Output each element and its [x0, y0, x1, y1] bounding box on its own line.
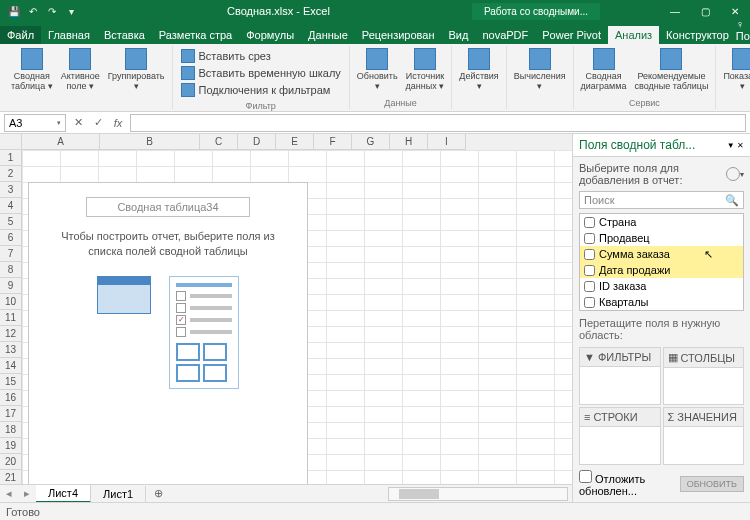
pivot-chart-button[interactable]: Сводная диаграмма: [578, 46, 630, 97]
ribbon-tabs: Файл Главная Вставка Разметка стра Форму…: [0, 22, 750, 44]
row-header-14[interactable]: 14: [0, 358, 22, 374]
row-header-15[interactable]: 15: [0, 374, 22, 390]
tab-view[interactable]: Вид: [442, 26, 476, 44]
field-order-id[interactable]: ID заказа: [580, 278, 743, 294]
maximize-button[interactable]: ▢: [690, 0, 720, 22]
field-quarters[interactable]: Кварталы: [580, 294, 743, 310]
formula-input[interactable]: [130, 114, 746, 132]
tab-file[interactable]: Файл: [0, 26, 41, 44]
row-header-16[interactable]: 16: [0, 390, 22, 406]
col-header-I[interactable]: I: [428, 134, 466, 150]
field-country[interactable]: Страна: [580, 214, 743, 230]
row-header-12[interactable]: 12: [0, 326, 22, 342]
show-button[interactable]: Показать ▾: [720, 46, 750, 107]
row-header-7[interactable]: 7: [0, 246, 22, 262]
data-source-button[interactable]: Источник данных ▾: [403, 46, 448, 97]
tab-powerpivot[interactable]: Power Pivot: [535, 26, 608, 44]
actions-button[interactable]: Действия ▾: [456, 46, 501, 107]
tab-data[interactable]: Данные: [301, 26, 355, 44]
col-header-E[interactable]: E: [276, 134, 314, 150]
field-order-amount[interactable]: Сумма заказа↖: [580, 246, 743, 262]
row-header-11[interactable]: 11: [0, 310, 22, 326]
col-header-H[interactable]: H: [390, 134, 428, 150]
row-header-4[interactable]: 4: [0, 198, 22, 214]
recommended-pivots-button[interactable]: Рекомендуемые сводные таблицы: [632, 46, 712, 97]
tab-analyze[interactable]: Анализ: [608, 26, 659, 44]
sheet-tab-1[interactable]: Лист1: [91, 486, 146, 502]
fx-icon[interactable]: fx: [110, 117, 126, 129]
save-icon[interactable]: 💾: [6, 3, 22, 19]
enter-icon[interactable]: ✓: [90, 116, 106, 129]
row-header-10[interactable]: 10: [0, 294, 22, 310]
tab-novapdf[interactable]: novaPDF: [475, 26, 535, 44]
row-header-21[interactable]: 21: [0, 470, 22, 484]
filter-connections-button[interactable]: Подключения к фильтрам: [179, 82, 343, 98]
cancel-icon[interactable]: ✕: [70, 116, 86, 129]
pivot-fields-pane: Поля сводной табл... ▼ ✕ Выберите поля д…: [572, 134, 750, 502]
defer-update-checkbox[interactable]: Отложить обновлен...: [579, 470, 680, 497]
gear-icon[interactable]: [726, 167, 740, 181]
row-header-17[interactable]: 17: [0, 406, 22, 422]
update-button[interactable]: ОБНОВИТЬ: [680, 476, 744, 492]
pivot-hint: Чтобы построить отчет, выберите поля из …: [43, 229, 293, 260]
tab-home[interactable]: Главная: [41, 26, 97, 44]
values-zone[interactable]: ΣЗНАЧЕНИЯ: [663, 407, 745, 465]
sheet-tabs: ◂ ▸ Лист4 Лист1 ⊕: [0, 484, 572, 502]
qat-dropdown-icon[interactable]: ▾: [63, 3, 79, 19]
col-header-A[interactable]: A: [22, 134, 100, 150]
minimize-button[interactable]: —: [660, 0, 690, 22]
search-icon: 🔍: [725, 194, 739, 207]
columns-zone[interactable]: ▦СТОЛБЦЫ: [663, 347, 745, 405]
undo-icon[interactable]: ↶: [25, 3, 41, 19]
tab-design[interactable]: Конструктор: [659, 26, 736, 44]
tab-formulas[interactable]: Формулы: [239, 26, 301, 44]
tab-review[interactable]: Рецензирован: [355, 26, 442, 44]
col-header-F[interactable]: F: [314, 134, 352, 150]
row-header-6[interactable]: 6: [0, 230, 22, 246]
col-header-D[interactable]: D: [238, 134, 276, 150]
row-header-2[interactable]: 2: [0, 166, 22, 182]
filters-zone[interactable]: ▼ФИЛЬТРЫ: [579, 347, 661, 405]
worksheet-grid[interactable]: ABCDEFGHI 123456789101112131415161718192…: [0, 134, 572, 484]
fields-pane-dropdown-icon[interactable]: ▼ ✕: [727, 141, 744, 150]
tell-me[interactable]: ♀ Помощ: [736, 18, 750, 42]
field-sale-date[interactable]: Дата продажи: [580, 262, 743, 278]
add-sheet-button[interactable]: ⊕: [146, 487, 171, 500]
sheet-nav-prev-icon[interactable]: ◂: [0, 487, 18, 500]
status-text: Готово: [6, 506, 40, 518]
calculations-button[interactable]: Вычисления ▾: [511, 46, 569, 107]
field-seller[interactable]: Продавец: [580, 230, 743, 246]
row-header-5[interactable]: 5: [0, 214, 22, 230]
insert-slicer-button[interactable]: Вставить срез: [179, 48, 343, 64]
fields-search-input[interactable]: Поиск🔍: [579, 191, 744, 209]
quick-access-toolbar: 💾 ↶ ↷ ▾: [0, 3, 85, 19]
col-header-C[interactable]: C: [200, 134, 238, 150]
row-header-20[interactable]: 20: [0, 454, 22, 470]
row-header-18[interactable]: 18: [0, 422, 22, 438]
fields-pane-title: Поля сводной табл...: [579, 138, 695, 152]
tab-layout[interactable]: Разметка стра: [152, 26, 239, 44]
row-header-3[interactable]: 3: [0, 182, 22, 198]
rows-zone[interactable]: ≡СТРОКИ: [579, 407, 661, 465]
drag-hint: Перетащите поля в нужную область:: [573, 311, 750, 347]
col-header-B[interactable]: B: [100, 134, 200, 150]
active-field-button[interactable]: Активное поле ▾: [58, 46, 103, 107]
row-header-19[interactable]: 19: [0, 438, 22, 454]
row-header-13[interactable]: 13: [0, 342, 22, 358]
redo-icon[interactable]: ↷: [44, 3, 60, 19]
group-button[interactable]: Группировать ▾: [105, 46, 168, 107]
col-header-G[interactable]: G: [352, 134, 390, 150]
row-header-9[interactable]: 9: [0, 278, 22, 294]
row-header-1[interactable]: 1: [0, 150, 22, 166]
refresh-button[interactable]: Обновить ▾: [354, 46, 401, 97]
name-box[interactable]: A3▾: [4, 114, 66, 132]
horizontal-scrollbar[interactable]: [388, 487, 568, 501]
row-header-8[interactable]: 8: [0, 262, 22, 278]
fields-list[interactable]: Страна Продавец Сумма заказа↖ Дата прода…: [579, 213, 744, 311]
select-all-corner[interactable]: [0, 134, 22, 150]
tab-insert[interactable]: Вставка: [97, 26, 152, 44]
sheet-tab-active[interactable]: Лист4: [36, 485, 91, 503]
pivot-table-button[interactable]: Сводная таблица ▾: [8, 46, 56, 107]
insert-timeline-button[interactable]: Вставить временную шкалу: [179, 65, 343, 81]
sheet-nav-next-icon[interactable]: ▸: [18, 487, 36, 500]
